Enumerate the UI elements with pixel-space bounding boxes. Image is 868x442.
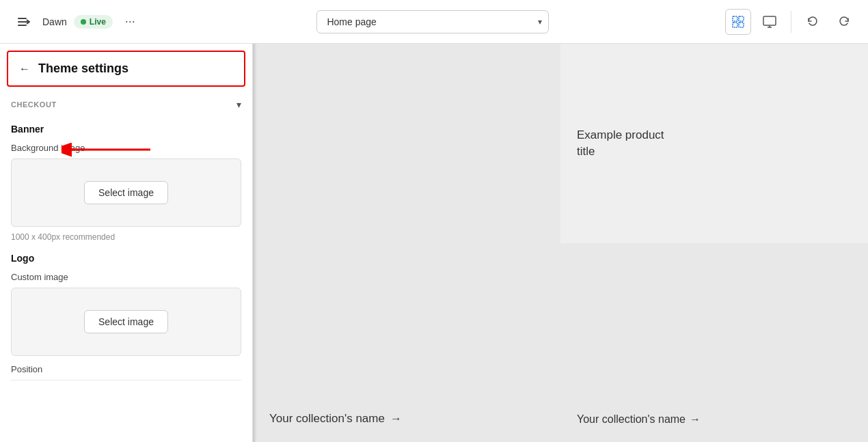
preview-area: Your collection's name → Example product… [253,44,868,442]
bg-image-select-box: Select image [11,158,241,227]
svg-rect-0 [18,18,27,19]
preview-border-left [253,44,257,442]
page-dropdown[interactable]: Home page [316,10,549,33]
checkout-label: CHECKOUT [11,100,57,109]
arrow-right-icon: → [390,412,402,426]
exit-button[interactable] [11,10,36,34]
theme-settings-title: Theme settings [38,61,128,76]
page-select-wrapper: Home page ▾ [316,10,549,33]
svg-rect-3 [733,16,737,21]
select-bg-image-button[interactable]: Select image [84,181,168,204]
divider [791,11,791,33]
sidebar: ← Theme settings CHECKOUT ▾ Banner Back [0,44,253,442]
desktop-device-button[interactable] [757,9,783,35]
topbar-center: Home page ▾ [149,10,717,33]
back-arrow-icon: ← [19,63,30,75]
more-button[interactable]: ··· [120,12,141,31]
topbar-left: Dawn Live ··· [11,10,141,34]
checkout-chevron-icon: ▾ [236,99,241,110]
collection-name-small-text: Your collection's name [577,413,686,426]
collection-name-small[interactable]: Your collection's name → [577,413,701,426]
bg-image-hint: 1000 x 400px recommended [0,230,252,247]
select-mode-button[interactable] [725,9,751,35]
redo-button[interactable] [831,9,857,35]
svg-rect-5 [733,23,737,27]
arrow-right-small-icon: → [690,413,701,426]
main-layout: ← Theme settings CHECKOUT ▾ Banner Back [0,44,868,442]
live-badge: Live [74,15,113,29]
undo-button[interactable] [800,9,826,35]
svg-rect-1 [18,21,29,23]
theme-settings-header[interactable]: ← Theme settings [7,51,245,87]
select-mode-icon [731,15,745,29]
preview-bottom-right-cell: Your collection's name → [560,246,868,443]
custom-image-select-box: Select image [11,288,241,356]
live-dot [81,19,86,25]
divider [11,380,241,381]
desktop-icon [762,14,777,29]
checkout-section-header[interactable]: CHECKOUT ▾ [0,91,252,118]
svg-rect-2 [18,25,27,26]
banner-title: Banner [0,118,252,137]
topbar-right [725,9,857,35]
exit-icon [16,15,30,29]
store-name: Dawn [42,16,67,27]
collection-name-link[interactable]: Your collection's name → [269,412,402,426]
sidebar-content[interactable]: CHECKOUT ▾ Banner Background image Selec… [0,91,252,442]
svg-rect-7 [763,16,776,25]
preview-top-right-cell: Example product title [560,44,868,243]
topbar: Dawn Live ··· Home page ▾ [0,0,868,44]
logo-title: Logo [0,247,252,266]
product-title: Example product title [577,127,664,160]
select-custom-image-button[interactable]: Select image [84,310,168,333]
collection-name-text: Your collection's name [269,412,385,426]
preview-left-cell: Your collection's name → [253,44,560,442]
redo-icon [837,15,851,29]
bg-image-label: Background image [0,137,252,156]
custom-image-label: Custom image [0,266,252,285]
preview-inner: Your collection's name → Example product… [253,44,868,442]
position-label: Position [0,359,252,377]
undo-icon [806,15,819,29]
svg-rect-4 [739,16,744,21]
svg-rect-6 [739,23,744,27]
